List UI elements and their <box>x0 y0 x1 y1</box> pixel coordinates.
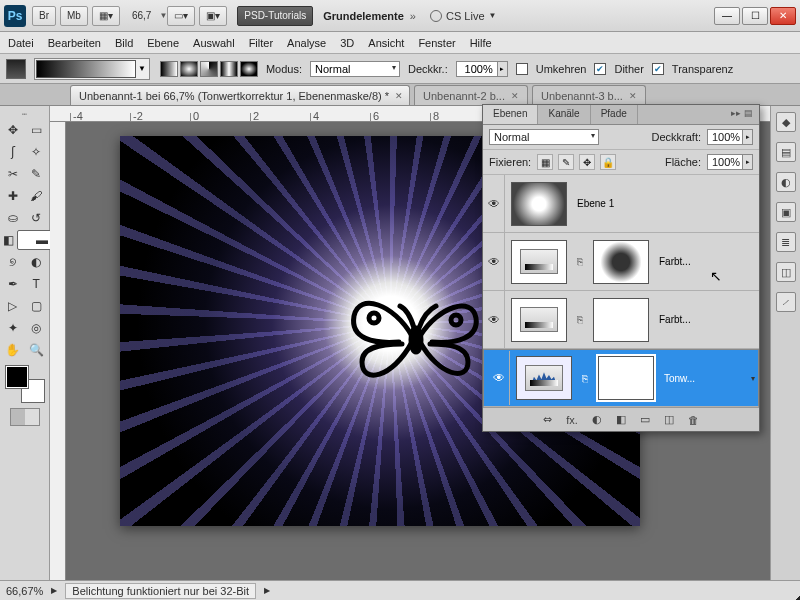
blur-tool[interactable]: ୭ <box>2 252 24 272</box>
document-tab-2[interactable]: Unbenannt-2 b...✕ <box>414 85 528 105</box>
hand-tool[interactable]: ✋ <box>2 340 24 360</box>
lock-transparency-icon[interactable]: ▦ <box>537 154 553 170</box>
quickmask-toggle[interactable] <box>10 408 40 426</box>
new-layer-icon[interactable]: ◫ <box>664 413 674 426</box>
adjustment-icon[interactable]: ◧ <box>616 413 626 426</box>
layer-row[interactable]: 👁 ⎘ Farbt... <box>483 291 759 349</box>
gradient-radial-button[interactable] <box>180 61 198 77</box>
status-message[interactable]: Belichtung funktioniert nur bei 32-Bit <box>65 583 256 599</box>
lock-position-icon[interactable]: ✥ <box>579 154 595 170</box>
brush-tool[interactable]: 🖌 <box>26 186 48 206</box>
screen-mode-button[interactable]: ▣▾ <box>199 6 227 26</box>
tab-kanaele[interactable]: Kanäle <box>538 105 590 124</box>
close-icon[interactable]: ✕ <box>629 91 637 101</box>
crop-tool[interactable]: ✂ <box>2 164 24 184</box>
zoom-tool[interactable]: 🔍 <box>26 340 48 360</box>
zoom-step-icon[interactable]: ▼ <box>159 11 167 20</box>
maximize-button[interactable]: ☐ <box>742 7 768 25</box>
visibility-icon[interactable]: 👁 <box>488 351 510 405</box>
layer-name[interactable]: Tonw... <box>660 373 744 384</box>
group-icon[interactable]: ▭ <box>640 413 650 426</box>
ruler-vertical[interactable] <box>50 122 66 580</box>
adjustment-thumb[interactable] <box>511 240 567 284</box>
layer-name[interactable]: Ebene 1 <box>573 198 759 209</box>
minibridge-button[interactable]: Mb <box>60 6 88 26</box>
mask-thumb[interactable] <box>598 356 654 400</box>
masks-panel-icon[interactable]: ▣ <box>776 202 796 222</box>
gradient-picker[interactable]: ▼ <box>34 58 150 80</box>
close-icon[interactable]: ✕ <box>511 91 519 101</box>
menu-analyse[interactable]: Analyse <box>287 37 326 49</box>
lock-all-icon[interactable]: 🔒 <box>600 154 616 170</box>
layer-thumb[interactable] <box>511 182 567 226</box>
layers-panel-icon[interactable]: ≣ <box>776 232 796 252</box>
color-swatches[interactable] <box>6 366 44 402</box>
link-layers-icon[interactable]: ⇔ <box>543 413 552 426</box>
link-icon[interactable]: ⎘ <box>573 314 587 325</box>
workspace-expand-icon[interactable]: » <box>410 10 416 22</box>
document-tab-1[interactable]: Unbenannt-1 bei 66,7% (Tonwertkorrektur … <box>70 85 410 105</box>
menu-fenster[interactable]: Fenster <box>418 37 455 49</box>
status-menu-icon[interactable]: ▶ <box>264 586 270 595</box>
marquee-tool[interactable]: ▭ <box>26 120 48 140</box>
paths-panel-icon[interactable]: ⟋ <box>776 292 796 312</box>
channels-panel-icon[interactable]: ◫ <box>776 262 796 282</box>
layer-blend-select[interactable]: Normal <box>489 129 599 145</box>
layer-opacity-input[interactable]: 100% <box>707 129 743 145</box>
gradient-diamond-button[interactable] <box>240 61 258 77</box>
shape-tool[interactable]: ▢ <box>26 296 48 316</box>
close-button[interactable]: ✕ <box>770 7 796 25</box>
wand-tool[interactable]: ✧ <box>26 142 48 162</box>
workspace-name[interactable]: Grundelemente <box>323 10 404 22</box>
adjustment-thumb[interactable] <box>516 356 572 400</box>
menu-hilfe[interactable]: Hilfe <box>470 37 492 49</box>
gradient-linear-button[interactable] <box>160 61 178 77</box>
gradient-reflected-button[interactable] <box>220 61 238 77</box>
visibility-icon[interactable]: 👁 <box>483 233 505 290</box>
visibility-icon[interactable]: 👁 <box>483 291 505 348</box>
menu-ansicht[interactable]: Ansicht <box>368 37 404 49</box>
lasso-tool[interactable]: ʃ <box>2 142 24 162</box>
panel-grip-icon[interactable]: ┅ <box>2 110 47 118</box>
swatches-panel-icon[interactable]: ▤ <box>776 142 796 162</box>
layer-name[interactable]: Farbt... <box>655 256 759 267</box>
menu-datei[interactable]: Datei <box>8 37 34 49</box>
workspace-badge[interactable]: PSD-Tutorials <box>237 6 313 26</box>
link-icon[interactable]: ⎘ <box>573 256 587 267</box>
layer-row[interactable]: 👁 Ebene 1 <box>483 175 759 233</box>
3d-camera-tool[interactable]: ◎ <box>26 318 48 338</box>
pen-tool[interactable]: ✒ <box>2 274 24 294</box>
menu-bild[interactable]: Bild <box>115 37 133 49</box>
heal-tool[interactable]: ✚ <box>2 186 24 206</box>
close-icon[interactable]: ✕ <box>395 91 403 101</box>
tab-ebenen[interactable]: Ebenen <box>483 105 538 124</box>
menu-bearbeiten[interactable]: Bearbeiten <box>48 37 101 49</box>
eyedropper-tool[interactable]: ✎ <box>26 164 48 184</box>
status-step-icon[interactable]: ▶ <box>51 586 57 595</box>
bridge-button[interactable]: Br <box>32 6 56 26</box>
menu-filter[interactable]: Filter <box>249 37 273 49</box>
blend-mode-select[interactable]: Normal <box>310 61 400 77</box>
adjustments-panel-icon[interactable]: ◐ <box>776 172 796 192</box>
fill-input[interactable]: 100% <box>707 154 743 170</box>
mask-icon[interactable]: ◐ <box>592 413 602 426</box>
path-select-tool[interactable]: ▷ <box>2 296 24 316</box>
opacity-step-icon[interactable]: ▸ <box>498 61 508 77</box>
menu-auswahl[interactable]: Auswahl <box>193 37 235 49</box>
layers-panel[interactable]: Ebenen Kanäle Pfade ▸▸ ▤ Normal Deckkraf… <box>482 104 760 432</box>
minimize-button[interactable]: — <box>714 7 740 25</box>
history-brush-tool[interactable]: ↺ <box>26 208 48 228</box>
color-panel-icon[interactable]: ◆ <box>776 112 796 132</box>
gradient-angle-button[interactable] <box>200 61 218 77</box>
cslive-button[interactable]: CS Live <box>446 10 485 22</box>
layer-row[interactable]: 👁 ⎘ Tonw... <box>483 349 759 407</box>
fx-icon[interactable]: fx. <box>566 414 578 426</box>
foreground-color[interactable] <box>6 366 28 388</box>
status-zoom[interactable]: 66,67% <box>6 585 43 597</box>
mask-thumb[interactable] <box>593 298 649 342</box>
dodge-tool[interactable]: ◐ <box>26 252 48 272</box>
chevron-down-icon[interactable]: ▼ <box>489 11 497 20</box>
reverse-checkbox[interactable] <box>516 63 528 75</box>
opacity-step-icon[interactable]: ▸ <box>743 129 753 145</box>
fill-step-icon[interactable]: ▸ <box>743 154 753 170</box>
